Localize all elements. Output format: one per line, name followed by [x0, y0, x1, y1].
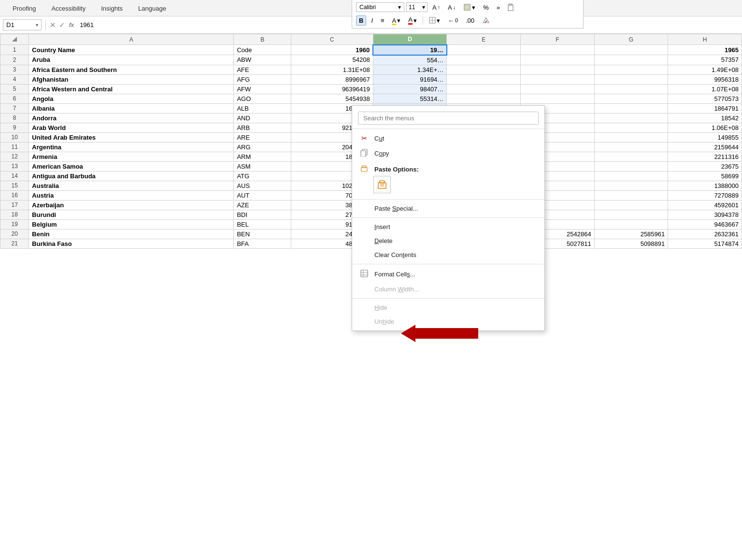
- cell-country-name[interactable]: Azerbaijan: [29, 200, 234, 210]
- cell-col-G[interactable]: [594, 142, 668, 152]
- cell-country-name[interactable]: Australia: [29, 181, 234, 190]
- col-header-C[interactable]: C: [291, 34, 373, 45]
- cell-col-G[interactable]: [594, 171, 668, 181]
- cell-country-name[interactable]: Benin: [29, 229, 234, 239]
- cell-col-E[interactable]: [447, 45, 521, 55]
- bold-btn[interactable]: B: [356, 15, 366, 26]
- col-header-H[interactable]: H: [668, 34, 742, 45]
- cell-col-G[interactable]: [594, 132, 668, 142]
- cell-1960[interactable]: 54208: [291, 55, 373, 65]
- cell-col-G[interactable]: [594, 103, 668, 113]
- cell-code[interactable]: AFW: [234, 84, 291, 94]
- cell-1961[interactable]: 98407…: [373, 84, 447, 94]
- cell-1965[interactable]: 57357: [668, 55, 742, 65]
- cell-code[interactable]: ARE: [234, 132, 291, 142]
- cell-col-F[interactable]: [521, 45, 595, 55]
- cell-country-name[interactable]: Country Name: [29, 45, 234, 55]
- border-btn[interactable]: ▾: [426, 15, 443, 26]
- cell-1961[interactable]: 91694…: [373, 74, 447, 84]
- cell-1961[interactable]: 19…: [373, 45, 447, 55]
- context-menu-format-cells[interactable]: Format Cells...: [352, 266, 544, 282]
- cell-1965[interactable]: 1388000: [668, 181, 742, 190]
- cell-col-G[interactable]: [594, 200, 668, 210]
- cell-1960[interactable]: 5454938: [291, 94, 373, 103]
- cell-country-name[interactable]: Burundi: [29, 210, 234, 219]
- cell-country-name[interactable]: Austria: [29, 190, 234, 200]
- cell-country-name[interactable]: Arab World: [29, 123, 234, 132]
- cell-1965[interactable]: 2159644: [668, 142, 742, 152]
- cell-col-G[interactable]: [594, 152, 668, 161]
- col-header-G[interactable]: G: [594, 34, 668, 45]
- cell-1965[interactable]: 1864791: [668, 103, 742, 113]
- tab-language[interactable]: Language: [130, 2, 174, 16]
- cell-country-name[interactable]: Angola: [29, 94, 234, 103]
- cell-1960[interactable]: 1.31E+08: [291, 65, 373, 74]
- font-name-selector[interactable]: Calibri ▾: [356, 2, 404, 12]
- cell-col-E[interactable]: [447, 84, 521, 94]
- cell-country-name[interactable]: Africa Eastern and Southern: [29, 65, 234, 74]
- context-menu-copy[interactable]: Copy: [352, 145, 544, 161]
- cell-col-F[interactable]: [521, 94, 595, 103]
- cell-col-G[interactable]: 2585961: [594, 229, 668, 239]
- cell-col-G[interactable]: [594, 84, 668, 94]
- cell-code[interactable]: AUS: [234, 181, 291, 190]
- cell-col-F[interactable]: [521, 65, 595, 74]
- cell-1961[interactable]: 55314…: [373, 94, 447, 103]
- context-menu-delete[interactable]: Delete: [352, 234, 544, 248]
- cell-col-G[interactable]: [594, 219, 668, 229]
- clipboard-btn[interactable]: [505, 2, 517, 13]
- col-header-F[interactable]: F: [521, 34, 595, 45]
- cell-code[interactable]: BFA: [234, 239, 291, 248]
- increase-decimal-btn[interactable]: .00: [463, 15, 477, 26]
- cell-country-name[interactable]: Antigua and Barbuda: [29, 171, 234, 181]
- paste-icon-btn[interactable]: [373, 176, 391, 193]
- italic-btn[interactable]: I: [368, 15, 376, 26]
- font-size-selector[interactable]: 11 ▾: [406, 2, 428, 12]
- cell-1965[interactable]: 149855: [668, 132, 742, 142]
- cell-col-G[interactable]: [594, 55, 668, 65]
- cell-code[interactable]: AND: [234, 113, 291, 123]
- cell-col-G[interactable]: [594, 123, 668, 132]
- cell-1961[interactable]: 554…: [373, 55, 447, 65]
- highlight-btn[interactable]: A▾: [389, 15, 404, 26]
- context-menu-insert[interactable]: Insert: [352, 220, 544, 234]
- cell-1965[interactable]: 4592601: [668, 200, 742, 210]
- cell-country-name[interactable]: Belgium: [29, 219, 234, 229]
- cell-country-name[interactable]: Africa Western and Central: [29, 84, 234, 94]
- cell-1965[interactable]: 9956318: [668, 74, 742, 84]
- cell-code[interactable]: BEN: [234, 229, 291, 239]
- cell-1965[interactable]: 7270889: [668, 190, 742, 200]
- cell-code[interactable]: AFG: [234, 74, 291, 84]
- cell-col-G[interactable]: [594, 161, 668, 171]
- format-dropdown-btn[interactable]: ▾: [460, 2, 478, 13]
- context-menu-cut[interactable]: ✂ Cut: [352, 131, 544, 145]
- tab-accessibility[interactable]: Accessibility: [43, 2, 93, 16]
- font-color-btn[interactable]: A▾: [405, 14, 420, 26]
- cell-1965[interactable]: 3094378: [668, 210, 742, 219]
- cell-code[interactable]: AFE: [234, 65, 291, 74]
- cell-col-G[interactable]: [594, 65, 668, 74]
- cell-1965[interactable]: 2211316: [668, 152, 742, 161]
- cell-ref-dropdown[interactable]: ▾: [36, 22, 38, 28]
- cell-1965[interactable]: 58699: [668, 171, 742, 181]
- cell-country-name[interactable]: Argentina: [29, 142, 234, 152]
- cell-1965[interactable]: 2632361: [668, 229, 742, 239]
- cell-1965[interactable]: 5174874: [668, 239, 742, 248]
- cell-col-G[interactable]: [594, 94, 668, 103]
- cell-code[interactable]: Code: [234, 45, 291, 55]
- context-menu-search-input[interactable]: [358, 112, 539, 125]
- cell-col-E[interactable]: [447, 74, 521, 84]
- cell-country-name[interactable]: United Arab Emirates: [29, 132, 234, 142]
- cell-col-G[interactable]: [594, 113, 668, 123]
- cell-code[interactable]: AGO: [234, 94, 291, 103]
- cell-col-G[interactable]: [594, 210, 668, 219]
- cell-col-F[interactable]: [521, 74, 595, 84]
- col-header-D[interactable]: D: [373, 34, 447, 45]
- cell-1965[interactable]: 23675: [668, 161, 742, 171]
- cell-1965[interactable]: 5770573: [668, 94, 742, 103]
- cell-col-E[interactable]: [447, 65, 521, 74]
- cell-1960[interactable]: 96396419: [291, 84, 373, 94]
- cell-code[interactable]: ABW: [234, 55, 291, 65]
- cell-1965[interactable]: 1.07E+08: [668, 84, 742, 94]
- increase-font-btn[interactable]: A↑: [429, 2, 443, 13]
